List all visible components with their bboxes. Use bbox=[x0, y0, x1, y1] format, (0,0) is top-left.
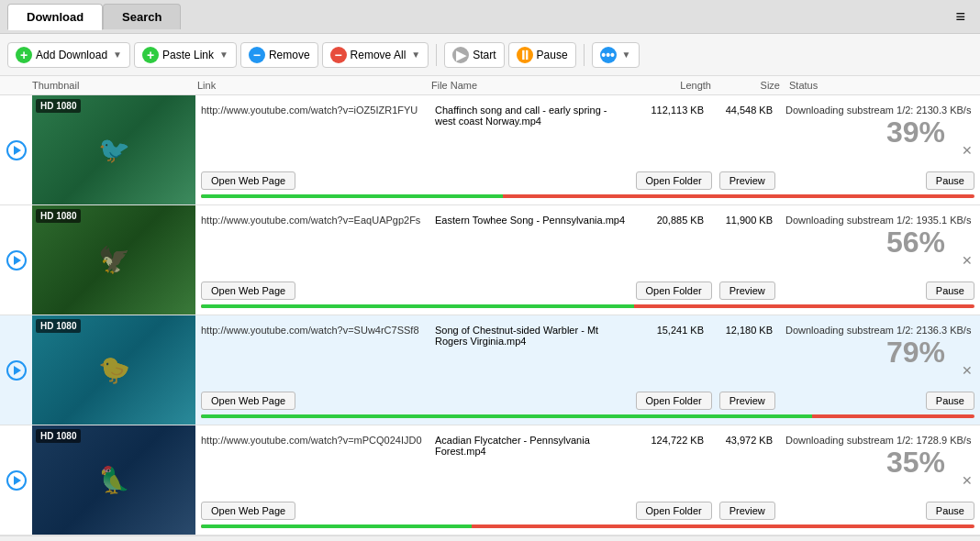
progress-bar-container-4 bbox=[201, 524, 974, 528]
pause-item-button-4[interactable]: Pause bbox=[926, 502, 974, 520]
progress-bars-3 bbox=[201, 414, 974, 418]
item-action-row-3: Open Web Page Open Folder Preview Pause bbox=[195, 390, 980, 412]
open-folder-button-3[interactable]: Open Folder bbox=[636, 392, 712, 410]
preview-button-2[interactable]: Preview bbox=[719, 282, 775, 300]
bird-icon-3: 🐤 bbox=[98, 355, 130, 385]
play-button-1[interactable] bbox=[0, 95, 32, 204]
toolbar: + Add Download ▼ + Paste Link ▼ − Remove… bbox=[0, 34, 980, 76]
download-item: 🐤 HD 1080 http://www.youtube.com/watch?v… bbox=[0, 315, 980, 425]
progress-bar-container-1 bbox=[201, 194, 974, 198]
preview-button-1[interactable]: Preview bbox=[719, 171, 775, 190]
pause-button[interactable]: ⏸ Pause bbox=[508, 42, 576, 68]
open-folder-button-4[interactable]: Open Folder bbox=[636, 502, 712, 520]
more-icon: ••• bbox=[600, 47, 617, 63]
pause-item-button-3[interactable]: Pause bbox=[926, 392, 974, 410]
start-icon: ▶ bbox=[452, 47, 469, 63]
play-circle-3[interactable] bbox=[6, 360, 27, 381]
progress-bar-bg-2 bbox=[201, 304, 974, 308]
open-web-page-button-3[interactable]: Open Web Page bbox=[201, 392, 295, 410]
progress-bars-1 bbox=[201, 194, 974, 198]
progress-bar-green-3 bbox=[201, 414, 812, 418]
remove-all-dropdown-arrow[interactable]: ▼ bbox=[411, 50, 420, 60]
tab-search[interactable]: Search bbox=[103, 4, 181, 29]
progress-bar-bg-1 bbox=[201, 194, 974, 198]
pause-item-button-1[interactable]: Pause bbox=[926, 171, 974, 190]
play-circle-2[interactable] bbox=[6, 250, 27, 270]
pause-item-button-2[interactable]: Pause bbox=[926, 282, 974, 300]
item-top-3: http://www.youtube.com/watch?v=SUw4rC7SS… bbox=[195, 321, 980, 390]
play-button-3[interactable] bbox=[0, 315, 32, 425]
close-button-4[interactable]: ✕ bbox=[958, 470, 976, 491]
play-button-2[interactable] bbox=[0, 205, 32, 315]
play-circle-1[interactable] bbox=[6, 140, 27, 160]
toolbar-divider-1 bbox=[436, 44, 437, 66]
remove-all-button[interactable]: − Remove All ▼ bbox=[322, 42, 429, 68]
close-button-2[interactable]: ✕ bbox=[958, 250, 976, 270]
download-item: 🐦 HD 1080 http://www.youtube.com/watch?v… bbox=[0, 95, 980, 205]
progress-row-3 bbox=[195, 414, 980, 419]
hd-badge-4: HD 1080 bbox=[36, 429, 81, 443]
start-button[interactable]: ▶ Start bbox=[444, 42, 504, 68]
open-folder-button-2[interactable]: Open Folder bbox=[636, 282, 712, 300]
remove-all-icon: − bbox=[330, 47, 347, 63]
item-filename-4: Acadian Flycatcher - Pennsylvania Forest… bbox=[429, 431, 631, 460]
preview-button-4[interactable]: Preview bbox=[719, 502, 775, 520]
progress-bar-green-4 bbox=[201, 524, 472, 528]
status-bar: Ready 5 downloads: 5 processing | ↓ Spee… bbox=[0, 535, 980, 541]
item-top-1: http://www.youtube.com/watch?v=iOZ5IZR1F… bbox=[195, 101, 980, 170]
item-size-4: 43,972 KB bbox=[709, 431, 778, 449]
play-triangle-3 bbox=[14, 366, 21, 375]
item-status-2: Downloading substream 1/2: 1935.1 KB/s 5… bbox=[778, 211, 980, 263]
thumbnail-2: 🦅 HD 1080 bbox=[32, 205, 195, 315]
download-list: 🐦 HD 1080 http://www.youtube.com/watch?v… bbox=[0, 95, 980, 535]
paste-link-dropdown-arrow[interactable]: ▼ bbox=[219, 50, 228, 60]
close-button-1[interactable]: ✕ bbox=[958, 140, 976, 160]
remove-icon: − bbox=[249, 47, 265, 63]
close-button-3[interactable]: ✕ bbox=[958, 360, 976, 381]
item-link-4: http://www.youtube.com/watch?v=mPCQ024IJ… bbox=[195, 431, 429, 449]
open-folder-button-1[interactable]: Open Folder bbox=[636, 171, 712, 190]
paste-link-icon: + bbox=[142, 47, 159, 63]
item-content-1: http://www.youtube.com/watch?v=iOZ5IZR1F… bbox=[195, 95, 980, 204]
tab-download[interactable]: Download bbox=[7, 4, 103, 30]
hd-badge-3: HD 1080 bbox=[36, 319, 81, 333]
status-text-2: Downloading substream 1/2: 1935.1 KB/s bbox=[785, 215, 973, 226]
open-web-page-button-2[interactable]: Open Web Page bbox=[201, 282, 295, 300]
col-length-header: Length bbox=[633, 80, 711, 91]
preview-button-3[interactable]: Preview bbox=[719, 392, 775, 410]
add-icon: + bbox=[16, 47, 32, 63]
bird-icon-4: 🦜 bbox=[98, 465, 130, 495]
progress-bar-green-1 bbox=[201, 194, 503, 198]
play-button-4[interactable] bbox=[0, 425, 32, 535]
column-headers: Thumbnail Link File Name Length Size Sta… bbox=[0, 76, 980, 95]
remove-button[interactable]: − Remove bbox=[240, 42, 318, 68]
more-dropdown-arrow[interactable]: ▼ bbox=[622, 50, 631, 60]
col-filename-header: File Name bbox=[431, 80, 633, 91]
menu-button[interactable]: ≡ bbox=[948, 4, 973, 30]
progress-row-4 bbox=[195, 524, 980, 529]
more-button[interactable]: ••• ▼ bbox=[592, 42, 640, 68]
status-text-4: Downloading substream 1/2: 1728.9 KB/s bbox=[785, 435, 973, 446]
add-download-button[interactable]: + Add Download ▼ bbox=[7, 42, 130, 68]
pause-icon: ⏸ bbox=[517, 47, 533, 63]
tab-bar: Download Search ≡ bbox=[0, 0, 980, 34]
play-circle-4[interactable] bbox=[6, 470, 27, 491]
item-link-3: http://www.youtube.com/watch?v=SUw4rC7SS… bbox=[195, 321, 429, 339]
open-web-page-button-1[interactable]: Open Web Page bbox=[201, 171, 295, 190]
open-web-page-button-4[interactable]: Open Web Page bbox=[201, 502, 295, 520]
item-action-row-2: Open Web Page Open Folder Preview Pause bbox=[195, 280, 980, 302]
add-download-dropdown-arrow[interactable]: ▼ bbox=[113, 50, 122, 60]
item-action-row-1: Open Web Page Open Folder Preview Pause bbox=[195, 170, 980, 192]
status-text-3: Downloading substream 1/2: 2136.3 KB/s bbox=[785, 325, 973, 336]
thumbnail-1: 🐦 HD 1080 bbox=[32, 95, 195, 204]
thumbnail-4: 🦜 HD 1080 bbox=[32, 425, 195, 535]
col-thumbnail-header: Thumbnail bbox=[0, 80, 197, 91]
item-action-row-4: Open Web Page Open Folder Preview Pause bbox=[195, 500, 980, 522]
paste-link-button[interactable]: + Paste Link ▼ bbox=[134, 42, 237, 68]
col-size-header: Size bbox=[711, 80, 780, 91]
status-percent-4: 35% bbox=[785, 446, 945, 480]
download-item: 🦅 HD 1080 http://www.youtube.com/watch?v… bbox=[0, 205, 980, 315]
thumbnail-3: 🐤 HD 1080 bbox=[32, 315, 195, 425]
item-size-2: 11,900 KB bbox=[709, 211, 778, 229]
item-length-1: 112,113 KB bbox=[631, 101, 709, 119]
